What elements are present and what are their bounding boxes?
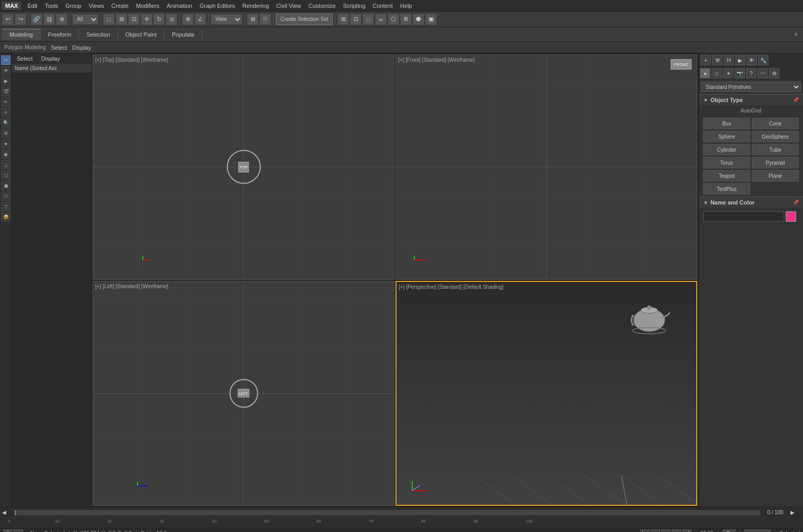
viewport-front[interactable]: [+] [Front] [Standard] [Wireframe] FRONT <box>395 54 697 280</box>
name-color-section-header[interactable]: ▼ Name and Color 📌 <box>699 197 803 208</box>
viewport-left[interactable]: [+] [Left] [Standard] [Wireframe] LEFT <box>93 281 394 506</box>
color-swatch[interactable] <box>786 211 796 222</box>
menu-tools[interactable]: Tools <box>41 2 61 10</box>
scene-icon-hierarchy[interactable]: H <box>1 55 10 65</box>
rp-icon-systems[interactable]: ⚙ <box>769 68 779 78</box>
prim-sphere[interactable]: Sphere <box>703 131 750 142</box>
object-type-pin[interactable]: 📌 <box>793 97 799 103</box>
rp-icon-cameras[interactable]: 📷 <box>734 68 745 78</box>
scene-list[interactable] <box>12 73 92 507</box>
snaps-toggle[interactable]: ⊕ <box>182 14 194 25</box>
menu-scripting[interactable]: Scripting <box>340 2 369 10</box>
scale-button[interactable]: ⧈ <box>166 14 177 25</box>
rp-tab-modify[interactable]: ⚒ <box>712 55 722 65</box>
menu-create[interactable]: Create <box>108 2 132 10</box>
scene-icon-video[interactable]: 🎬 <box>1 87 10 96</box>
viewport-snap[interactable]: ⊞ <box>247 14 258 25</box>
tab-selection[interactable]: Selection <box>79 29 118 40</box>
menu-animation[interactable]: Animation <box>164 2 196 10</box>
name-input-field[interactable] <box>703 211 784 222</box>
scene-icon-magnify[interactable]: 🔍 <box>1 118 10 128</box>
panel-tab-select[interactable]: Select <box>13 54 37 63</box>
play-button[interactable]: ▶ <box>661 529 671 533</box>
prim-plane[interactable]: Plane <box>752 170 799 182</box>
scene-icon-filter[interactable]: ▽ <box>1 202 10 211</box>
extra-btn-8[interactable]: ▣ <box>425 14 437 25</box>
extra-btn-1[interactable]: ⊞ <box>337 14 349 25</box>
link-button[interactable]: 🔗 <box>31 14 42 25</box>
category-dropdown[interactable]: Standard Primitives <box>701 82 801 92</box>
move-button[interactable]: ✛ <box>141 14 152 25</box>
extra-btn-2[interactable]: ⊡ <box>350 14 361 25</box>
rp-icon-shapes[interactable]: ◇ <box>711 68 722 78</box>
rotate-button[interactable]: ↻ <box>153 14 165 25</box>
menu-modifiers[interactable]: Modifiers <box>133 2 163 10</box>
scene-icon-tools2[interactable]: ⚙ <box>1 129 10 138</box>
tab-modeling[interactable]: Modeling <box>2 29 41 40</box>
viewport-top[interactable]: [+] [Top] [Standard] [Wireframe] TOP <box>93 54 394 280</box>
timeline-left-arrow[interactable]: ◀ <box>2 510 13 515</box>
scene-icon-light[interactable]: ◻ <box>1 171 10 180</box>
scene-icon-star[interactable]: ★ <box>1 139 10 149</box>
timeline-right-arrow[interactable]: ▶ <box>790 510 801 515</box>
prev-frame-button[interactable]: |◀ <box>640 529 650 533</box>
select-rect-button[interactable]: □ <box>103 14 115 25</box>
next-frame-button[interactable]: ▶| <box>682 529 692 533</box>
extra-btn-6[interactable]: Ⅲ <box>400 14 412 25</box>
menu-civil-view[interactable]: Civil View <box>273 2 304 10</box>
rp-icon-lights[interactable]: ☀ <box>723 68 733 78</box>
viewport-perspective[interactable]: [+] [Perspective] [Standard] [Default Sh… <box>395 281 697 506</box>
rp-tab-motion[interactable]: ▶ <box>735 55 745 65</box>
scene-icon-helper[interactable]: ⬡ <box>1 191 10 201</box>
scene-icon-edit[interactable]: ✏ <box>1 97 10 107</box>
next-button[interactable]: ▶▶ <box>672 529 681 533</box>
prim-cylinder[interactable]: Cylinder <box>703 144 750 155</box>
create-selection-button[interactable]: Create Selection Sel <box>276 14 333 25</box>
scene-icon-layers[interactable]: ≡ <box>1 108 10 117</box>
scene-icon-eye[interactable]: ◉ <box>1 150 10 159</box>
bind-button[interactable]: ⊕ <box>56 14 67 25</box>
menu-graph-editors[interactable]: Graph Editors <box>196 2 238 10</box>
prim-teapot[interactable]: Teapot <box>703 170 750 182</box>
panel-tab-display[interactable]: Display <box>37 54 64 63</box>
prim-torus[interactable]: Torus <box>703 157 750 168</box>
sub-tab-display[interactable]: Display <box>72 44 91 51</box>
prim-cone[interactable]: Cone <box>752 118 799 129</box>
menu-views[interactable]: Views <box>86 2 107 10</box>
scene-icon-geometry[interactable]: △ <box>1 160 10 169</box>
view-dropdown[interactable]: View <box>211 14 242 25</box>
status-icon-1[interactable]: ⚙ <box>3 529 13 533</box>
select-lasso-button[interactable]: ⊡ <box>128 14 140 25</box>
scene-icon-asset[interactable]: 📦 <box>1 212 10 222</box>
tab-freeform[interactable]: Freeform <box>41 29 80 40</box>
menu-group[interactable]: Group <box>62 2 85 10</box>
autokey-button[interactable]: Auto Key <box>744 529 771 533</box>
rp-tab-hierarchy[interactable]: H <box>723 55 734 65</box>
menu-edit[interactable]: Edit <box>24 2 40 10</box>
prim-tube[interactable]: Tube <box>752 144 799 155</box>
redo-button[interactable]: ↪ <box>15 14 26 25</box>
max-button[interactable]: MAX <box>2 2 21 10</box>
prim-geosphere[interactable]: GeoSphere <box>752 131 799 142</box>
tab-populate[interactable]: Populate <box>164 29 202 40</box>
search-button[interactable]: 🔍 <box>722 529 736 533</box>
angle-snap[interactable]: ∠ <box>195 14 206 25</box>
extra-btn-3[interactable]: □ <box>363 14 374 25</box>
extra-btn-7[interactable]: ⬢ <box>413 14 424 25</box>
rp-tab-utilities[interactable]: 🔧 <box>758 55 768 65</box>
unlink-button[interactable]: ⛓ <box>43 14 55 25</box>
extra-btn-5[interactable]: ⬡ <box>388 14 399 25</box>
mode-dropdown[interactable]: All <box>72 14 98 25</box>
rp-icon-helpers[interactable]: ? <box>746 68 756 78</box>
autogrid-button[interactable]: AutoGrid <box>741 108 761 114</box>
sub-tab-select[interactable]: Select <box>51 44 67 51</box>
rp-tab-display[interactable]: 👁 <box>747 55 757 65</box>
isolate-toggle[interactable]: ☉ <box>259 14 271 25</box>
rp-tab-create[interactable]: + <box>700 55 711 65</box>
menu-rendering[interactable]: Rendering <box>239 2 272 10</box>
prim-pyramid[interactable]: Pyramid <box>752 157 799 168</box>
scene-icon-camera[interactable]: ◼ <box>1 181 10 190</box>
tab-extra[interactable]: ≡ <box>791 29 801 39</box>
prev-button[interactable]: ◀◀ <box>651 529 660 533</box>
tab-object-paint[interactable]: Object Paint <box>118 29 165 40</box>
